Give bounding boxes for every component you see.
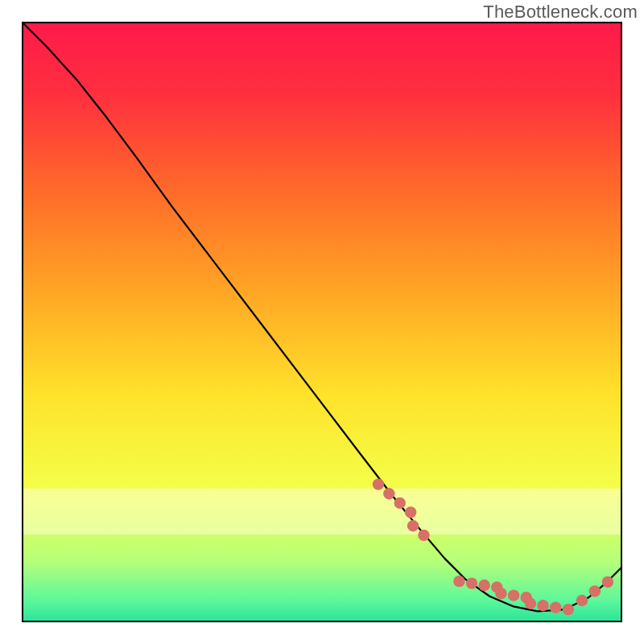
- data-point-dot: [537, 600, 548, 611]
- data-point-dot: [478, 580, 489, 591]
- data-point-dot: [508, 589, 519, 601]
- data-point-dot: [563, 604, 574, 615]
- data-point-dot: [550, 601, 561, 613]
- data-point-dot: [453, 576, 464, 587]
- data-point-dot: [466, 577, 477, 588]
- data-point-dot: [589, 585, 601, 597]
- chart-stage: TheBottleneck.com: [0, 0, 644, 644]
- data-point-dot: [602, 576, 613, 588]
- data-point-dot: [405, 506, 416, 518]
- plot-svg: [0, 0, 644, 644]
- highlight-band: [23, 489, 621, 535]
- data-point-dot: [383, 488, 394, 499]
- data-point-dot: [394, 497, 406, 509]
- data-point-dot: [525, 598, 536, 609]
- data-point-dot: [576, 595, 588, 606]
- data-point-dot: [418, 530, 429, 541]
- data-point-dot: [495, 588, 506, 599]
- data-point-dot: [407, 520, 419, 531]
- data-point-dot: [373, 478, 384, 489]
